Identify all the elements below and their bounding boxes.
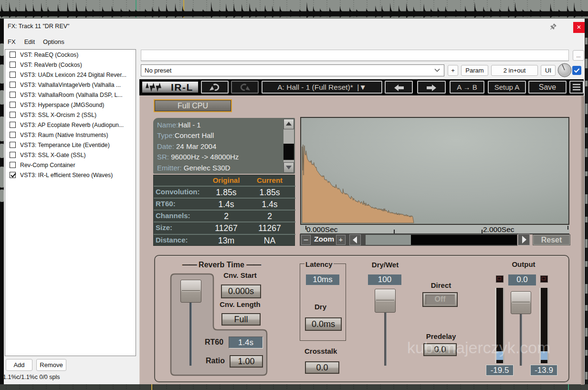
svg-text:IR-L: IR-L [171, 82, 193, 93]
